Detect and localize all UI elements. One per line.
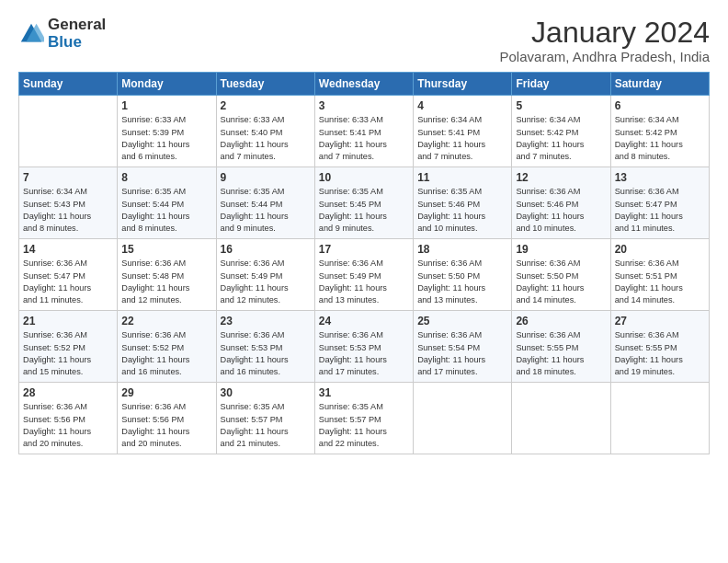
page: General Blue January 2024 Polavaram, And… bbox=[0, 0, 728, 563]
calendar-cell bbox=[512, 383, 610, 454]
title-area: January 2024 Polavaram, Andhra Pradesh, … bbox=[500, 17, 710, 64]
cell-content: Sunrise: 6:36 AMSunset: 5:48 PMDaylight:… bbox=[121, 258, 211, 306]
calendar-cell: 8Sunrise: 6:35 AMSunset: 5:44 PMDaylight… bbox=[118, 167, 216, 239]
day-number: 16 bbox=[221, 243, 311, 256]
cell-content: Sunrise: 6:36 AMSunset: 5:55 PMDaylight:… bbox=[516, 329, 606, 378]
cell-content: Sunrise: 6:35 AMSunset: 5:45 PMDaylight:… bbox=[319, 186, 409, 235]
header-day: Friday bbox=[512, 73, 610, 96]
cell-content: Sunrise: 6:36 AMSunset: 5:49 PMDaylight:… bbox=[319, 258, 409, 306]
day-number: 20 bbox=[615, 243, 705, 256]
cell-content: Sunrise: 6:36 AMSunset: 5:55 PMDaylight:… bbox=[615, 329, 705, 378]
logo-general: General bbox=[48, 17, 106, 34]
calendar-cell: 31Sunrise: 6:35 AMSunset: 5:57 PMDayligh… bbox=[314, 383, 413, 454]
day-number: 31 bbox=[319, 386, 409, 399]
calendar-cell: 1Sunrise: 6:33 AMSunset: 5:39 PMDaylight… bbox=[118, 96, 216, 167]
cell-content: Sunrise: 6:33 AMSunset: 5:41 PMDaylight:… bbox=[319, 114, 409, 163]
day-number: 10 bbox=[319, 171, 409, 184]
calendar-cell: 20Sunrise: 6:36 AMSunset: 5:51 PMDayligh… bbox=[610, 239, 709, 311]
calendar-cell: 19Sunrise: 6:36 AMSunset: 5:50 PMDayligh… bbox=[512, 239, 610, 311]
header-row: SundayMondayTuesdayWednesdayThursdayFrid… bbox=[19, 73, 710, 96]
calendar-cell: 13Sunrise: 6:36 AMSunset: 5:47 PMDayligh… bbox=[610, 167, 709, 239]
header-day: Sunday bbox=[19, 73, 118, 96]
calendar-cell: 2Sunrise: 6:33 AMSunset: 5:40 PMDaylight… bbox=[216, 96, 314, 167]
cell-content: Sunrise: 6:36 AMSunset: 5:50 PMDaylight:… bbox=[516, 258, 606, 306]
calendar-cell: 3Sunrise: 6:33 AMSunset: 5:41 PMDaylight… bbox=[314, 96, 413, 167]
cell-content: Sunrise: 6:36 AMSunset: 5:49 PMDaylight:… bbox=[221, 258, 311, 306]
header-day: Wednesday bbox=[314, 73, 413, 96]
calendar-cell: 14Sunrise: 6:36 AMSunset: 5:47 PMDayligh… bbox=[19, 239, 118, 311]
cell-content: Sunrise: 6:36 AMSunset: 5:56 PMDaylight:… bbox=[121, 401, 211, 450]
header-day: Thursday bbox=[414, 73, 512, 96]
week-row: 7Sunrise: 6:34 AMSunset: 5:43 PMDaylight… bbox=[19, 167, 710, 239]
calendar-cell: 17Sunrise: 6:36 AMSunset: 5:49 PMDayligh… bbox=[314, 239, 413, 311]
calendar-cell: 7Sunrise: 6:34 AMSunset: 5:43 PMDaylight… bbox=[19, 167, 118, 239]
day-number: 23 bbox=[221, 315, 311, 327]
day-number: 18 bbox=[417, 243, 507, 256]
day-number: 22 bbox=[121, 315, 211, 327]
week-row: 21Sunrise: 6:36 AMSunset: 5:52 PMDayligh… bbox=[19, 311, 710, 383]
cell-content: Sunrise: 6:35 AMSunset: 5:44 PMDaylight:… bbox=[221, 186, 311, 235]
calendar-cell: 16Sunrise: 6:36 AMSunset: 5:49 PMDayligh… bbox=[216, 239, 314, 311]
cell-content: Sunrise: 6:34 AMSunset: 5:42 PMDaylight:… bbox=[615, 114, 705, 163]
calendar-cell: 5Sunrise: 6:34 AMSunset: 5:42 PMDaylight… bbox=[512, 96, 610, 167]
week-row: 28Sunrise: 6:36 AMSunset: 5:56 PMDayligh… bbox=[19, 383, 710, 454]
calendar-cell: 28Sunrise: 6:36 AMSunset: 5:56 PMDayligh… bbox=[19, 383, 118, 454]
cell-content: Sunrise: 6:36 AMSunset: 5:54 PMDaylight:… bbox=[417, 329, 507, 378]
cell-content: Sunrise: 6:36 AMSunset: 5:47 PMDaylight:… bbox=[615, 186, 705, 235]
cell-content: Sunrise: 6:34 AMSunset: 5:42 PMDaylight:… bbox=[516, 114, 606, 163]
calendar-cell: 24Sunrise: 6:36 AMSunset: 5:53 PMDayligh… bbox=[314, 311, 413, 383]
calendar-cell bbox=[19, 96, 118, 167]
day-number: 29 bbox=[121, 386, 211, 399]
cell-content: Sunrise: 6:34 AMSunset: 5:41 PMDaylight:… bbox=[417, 114, 507, 163]
calendar-cell: 18Sunrise: 6:36 AMSunset: 5:50 PMDayligh… bbox=[414, 239, 512, 311]
day-number: 24 bbox=[319, 315, 409, 327]
day-number: 1 bbox=[121, 99, 211, 112]
day-number: 28 bbox=[23, 386, 113, 399]
cell-content: Sunrise: 6:36 AMSunset: 5:46 PMDaylight:… bbox=[516, 186, 606, 235]
cell-content: Sunrise: 6:36 AMSunset: 5:52 PMDaylight:… bbox=[121, 329, 211, 378]
calendar-cell bbox=[610, 383, 709, 454]
cell-content: Sunrise: 6:35 AMSunset: 5:46 PMDaylight:… bbox=[417, 186, 507, 235]
header-day: Tuesday bbox=[216, 73, 314, 96]
cell-content: Sunrise: 6:35 AMSunset: 5:44 PMDaylight:… bbox=[121, 186, 211, 235]
calendar-cell: 12Sunrise: 6:36 AMSunset: 5:46 PMDayligh… bbox=[512, 167, 610, 239]
calendar-cell: 9Sunrise: 6:35 AMSunset: 5:44 PMDaylight… bbox=[216, 167, 314, 239]
logo-blue: Blue bbox=[48, 34, 106, 52]
day-number: 30 bbox=[221, 386, 311, 399]
day-number: 11 bbox=[417, 171, 507, 184]
calendar-cell: 27Sunrise: 6:36 AMSunset: 5:55 PMDayligh… bbox=[610, 311, 709, 383]
logo: General Blue bbox=[18, 17, 106, 51]
day-number: 4 bbox=[417, 99, 507, 112]
day-number: 5 bbox=[516, 99, 606, 112]
calendar-cell: 22Sunrise: 6:36 AMSunset: 5:52 PMDayligh… bbox=[118, 311, 216, 383]
header-day: Saturday bbox=[610, 73, 709, 96]
cell-content: Sunrise: 6:33 AMSunset: 5:40 PMDaylight:… bbox=[221, 114, 311, 163]
calendar-cell: 4Sunrise: 6:34 AMSunset: 5:41 PMDaylight… bbox=[414, 96, 512, 167]
day-number: 12 bbox=[516, 171, 606, 184]
calendar-cell: 29Sunrise: 6:36 AMSunset: 5:56 PMDayligh… bbox=[118, 383, 216, 454]
cell-content: Sunrise: 6:36 AMSunset: 5:52 PMDaylight:… bbox=[23, 329, 113, 378]
cell-content: Sunrise: 6:35 AMSunset: 5:57 PMDaylight:… bbox=[221, 401, 311, 450]
logo-icon bbox=[18, 21, 44, 47]
cell-content: Sunrise: 6:33 AMSunset: 5:39 PMDaylight:… bbox=[121, 114, 211, 163]
day-number: 25 bbox=[417, 315, 507, 327]
cell-content: Sunrise: 6:34 AMSunset: 5:43 PMDaylight:… bbox=[23, 186, 113, 235]
calendar-cell: 23Sunrise: 6:36 AMSunset: 5:53 PMDayligh… bbox=[216, 311, 314, 383]
cell-content: Sunrise: 6:36 AMSunset: 5:53 PMDaylight:… bbox=[319, 329, 409, 378]
day-number: 8 bbox=[121, 171, 211, 184]
calendar-cell: 21Sunrise: 6:36 AMSunset: 5:52 PMDayligh… bbox=[19, 311, 118, 383]
day-number: 7 bbox=[23, 171, 113, 184]
calendar-cell: 26Sunrise: 6:36 AMSunset: 5:55 PMDayligh… bbox=[512, 311, 610, 383]
calendar-cell bbox=[414, 383, 512, 454]
month-title: January 2024 bbox=[500, 17, 710, 49]
calendar-table: SundayMondayTuesdayWednesdayThursdayFrid… bbox=[18, 72, 710, 454]
day-number: 9 bbox=[221, 171, 311, 184]
calendar-cell: 6Sunrise: 6:34 AMSunset: 5:42 PMDaylight… bbox=[610, 96, 709, 167]
calendar-cell: 30Sunrise: 6:35 AMSunset: 5:57 PMDayligh… bbox=[216, 383, 314, 454]
day-number: 19 bbox=[516, 243, 606, 256]
day-number: 26 bbox=[516, 315, 606, 327]
cell-content: Sunrise: 6:36 AMSunset: 5:53 PMDaylight:… bbox=[221, 329, 311, 378]
day-number: 13 bbox=[615, 171, 705, 184]
day-number: 3 bbox=[319, 99, 409, 112]
cell-content: Sunrise: 6:36 AMSunset: 5:51 PMDaylight:… bbox=[615, 258, 705, 306]
